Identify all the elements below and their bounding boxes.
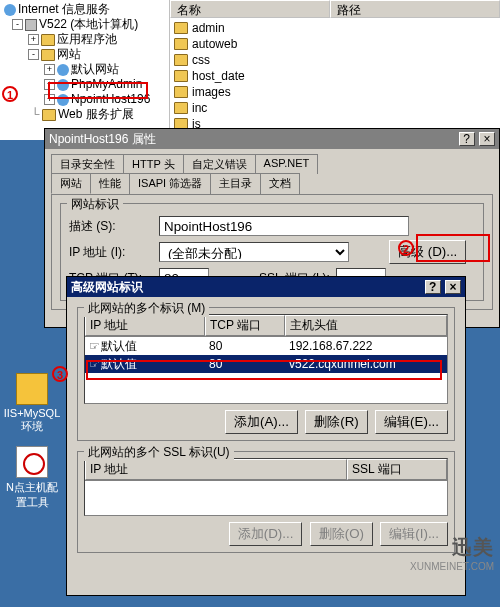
tab-dirsec[interactable]: 目录安全性 (51, 154, 124, 174)
ssl-bindings-fieldset: 此网站的多个 SSL 标识(U) IP 地址 SSL 端口 添加(D)... 删… (77, 451, 455, 553)
folder-list-body: adminautowebcsshost_dateimagesincjs (170, 18, 500, 134)
folder-name: css (192, 53, 210, 67)
tree-webext-label: Web 服务扩展 (58, 107, 134, 122)
tree-app-pool-label: 应用程序池 (57, 32, 117, 47)
folder-row[interactable]: admin (174, 20, 496, 36)
tree-computer-label: V522 (本地计算机) (39, 17, 138, 32)
properties-tabs: 目录安全性 HTTP 头 自定义错误 ASP.NET 网站 性能 ISAPI 筛… (45, 149, 499, 194)
ssl-col-port[interactable]: SSL 端口 (347, 459, 447, 480)
site-id-legend: 网站标识 (67, 196, 123, 213)
tree-root[interactable]: Internet 信息服务 (4, 2, 167, 17)
col-header-name[interactable]: 名称 (170, 0, 330, 18)
advanced-dialog: 高级网站标识 ? × 此网站的多个标识 (M) IP 地址 TCP 端口 主机头… (66, 276, 466, 596)
tree-root-label: Internet 信息服务 (18, 2, 110, 17)
minus-icon[interactable]: - (28, 49, 39, 60)
folder-name: inc (192, 101, 207, 115)
site-icon (57, 64, 69, 76)
folder-icon (41, 49, 55, 61)
tab-perf[interactable]: 性能 (90, 173, 130, 194)
tree-websites[interactable]: -网站 (4, 47, 167, 62)
ssl-col-ip[interactable]: IP 地址 (85, 459, 347, 480)
edit-binding-button[interactable]: 编辑(E)... (375, 410, 448, 434)
add-ssl-button: 添加(D)... (229, 522, 303, 546)
npoint-glyph-icon (16, 446, 48, 478)
help-button[interactable]: ? (459, 132, 475, 146)
tab-home[interactable]: 主目录 (210, 173, 261, 194)
tree-default-site[interactable]: +默认网站 (4, 62, 167, 77)
annotation-box-1 (48, 82, 148, 99)
tab-docs[interactable]: 文档 (260, 173, 300, 194)
annotation-3: 3 (52, 366, 68, 382)
tree-computer[interactable]: -V522 (本地计算机) (4, 17, 167, 32)
advanced-title-buttons: ? × (424, 280, 461, 294)
ip-select[interactable]: (全部未分配) (159, 242, 349, 262)
folder-icon (42, 109, 56, 121)
folder-list-panel: 名称 路径 adminautowebcsshost_dateimagesincj… (170, 0, 500, 130)
bindings-listview[interactable]: IP 地址 TCP 端口 主机头值 ☞默认值 80 192.168.67.222… (84, 314, 448, 404)
tab-website[interactable]: 网站 (51, 173, 91, 194)
desc-input[interactable] (159, 216, 409, 236)
watermark-big: 迅美 (410, 534, 494, 561)
lv-col-host[interactable]: 主机头值 (285, 315, 447, 336)
folder-name: host_date (192, 69, 245, 83)
col-header-path[interactable]: 路径 (330, 0, 500, 18)
desktop-iis-icon[interactable]: IIS+MySQL环境 (2, 373, 62, 434)
folder-row[interactable]: inc (174, 100, 496, 116)
advanced-body: 此网站的多个标识 (M) IP 地址 TCP 端口 主机头值 ☞默认值 80 1… (67, 297, 465, 573)
lv-col-ip[interactable]: IP 地址 (85, 315, 205, 336)
tab-errors[interactable]: 自定义错误 (183, 154, 256, 174)
add-binding-button[interactable]: 添加(A)... (225, 410, 298, 434)
annotation-2: 2 (398, 240, 414, 256)
ip-label: IP 地址 (I): (69, 244, 159, 261)
plus-icon[interactable]: + (28, 34, 39, 45)
help-button[interactable]: ? (425, 280, 441, 294)
ssl-listview[interactable]: IP 地址 SSL 端口 (84, 458, 448, 516)
server-icon (25, 19, 37, 31)
row0-host: 192.168.67.222 (285, 339, 447, 353)
tab-isapi[interactable]: ISAPI 筛选器 (129, 173, 211, 194)
ssl-legend: 此网站的多个 SSL 标识(U) (84, 444, 234, 461)
folder-icon (174, 102, 188, 114)
properties-title-buttons: ? × (458, 132, 495, 146)
desktop-iis-label: IIS+MySQL环境 (2, 407, 62, 434)
annotation-1: 1 (2, 86, 18, 102)
binding-row[interactable]: ☞默认值 80 192.168.67.222 (85, 337, 447, 355)
close-button[interactable]: × (479, 132, 495, 146)
delete-ssl-button: 删除(O) (310, 522, 373, 546)
properties-titlebar[interactable]: NpointHost196 属性 ? × (45, 129, 499, 149)
desktop-npoint-label: N点主机配置工具 (2, 480, 62, 510)
branch-glyph: └ (28, 107, 42, 122)
desktop-npoint-icon[interactable]: N点主机配置工具 (2, 446, 62, 510)
list-header: 名称 路径 (170, 0, 500, 18)
folder-row[interactable]: autoweb (174, 36, 496, 52)
watermark: 迅美 XUNMEINET.COM (410, 534, 494, 572)
watermark-small: XUNMEINET.COM (410, 561, 494, 572)
close-button[interactable]: × (445, 280, 461, 294)
folder-row[interactable]: css (174, 52, 496, 68)
ssl-lv-header: IP 地址 SSL 端口 (85, 459, 447, 481)
annotation-box-3 (86, 360, 442, 380)
annotation-box-2 (416, 234, 490, 262)
ssl-button-row: 添加(D)... 删除(O) 编辑(I)... (84, 522, 448, 546)
desc-label: 描述 (S): (69, 218, 159, 235)
lv-col-tcp[interactable]: TCP 端口 (205, 315, 285, 336)
folder-icon (174, 54, 188, 66)
folder-row[interactable]: host_date (174, 68, 496, 84)
folder-row[interactable]: images (174, 84, 496, 100)
iis-tree-panel: Internet 信息服务 -V522 (本地计算机) +应用程序池 -网站 +… (0, 0, 170, 140)
iis-folder-icon (16, 373, 48, 405)
tab-aspnet[interactable]: ASP.NET (255, 154, 319, 174)
minus-icon[interactable]: - (12, 19, 23, 30)
tree-web-ext[interactable]: └Web 服务扩展 (4, 107, 167, 122)
delete-binding-button[interactable]: 删除(R) (305, 410, 368, 434)
tab-http[interactable]: HTTP 头 (123, 154, 184, 174)
properties-title-text: NpointHost196 属性 (49, 131, 156, 148)
plus-icon[interactable]: + (44, 64, 55, 75)
row0-ip: 默认值 (101, 339, 137, 353)
advanced-titlebar[interactable]: 高级网站标识 ? × (67, 277, 465, 297)
folder-name: images (192, 85, 231, 99)
row0-port: 80 (205, 339, 285, 353)
tree-default-site-label: 默认网站 (71, 62, 119, 77)
lv-header: IP 地址 TCP 端口 主机头值 (85, 315, 447, 337)
tree-app-pool[interactable]: +应用程序池 (4, 32, 167, 47)
